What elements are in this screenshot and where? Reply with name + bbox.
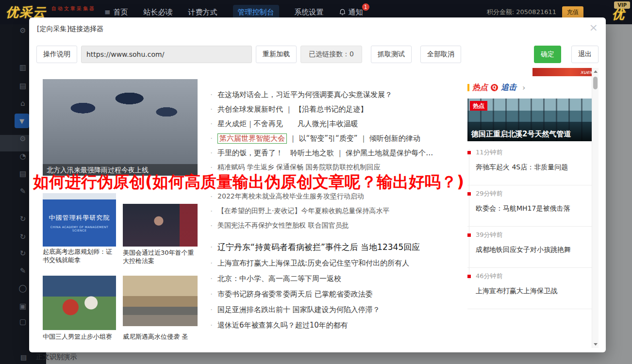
lead-photo[interactable]: 北方入汛来最强降雨过程今夜上线 [43, 79, 198, 176]
timeline-item: 39分钟前 成都地铁回应女子对小孩跳艳舞 [467, 227, 596, 268]
news-thumb-basketball[interactable] [43, 276, 116, 330]
dialog-title: [定向采集]链接选择器 [37, 25, 103, 33]
headline-link[interactable]: ·上海宣布打赢大上海保卫战:历史会记住坚守和付出的所有人 [210, 255, 464, 271]
bullet-dot: · [210, 192, 213, 201]
headline-text: 上海宣布打赢大上海保卫战:历史会记住坚守和付出的所有人 [217, 259, 409, 268]
headline-text: 国足亚洲排名跌出前十 国家队建设为何陷入停滞？ [217, 305, 380, 314]
bullet-dot: · [210, 105, 213, 114]
headline-text: 星火成炬｜不舍再见 凡人微光|丰收温暖 [217, 119, 358, 129]
headline-link[interactable]: ·美国宪法不再保护女性堕胎权 联合国官员批 [210, 218, 464, 233]
nav-item-billing[interactable]: 计费方式 [188, 8, 217, 17]
mini-logo: 优 [612, 6, 624, 22]
nav-label: 系统设置 [295, 8, 324, 17]
news-thumb-venice[interactable] [123, 276, 198, 326]
timeline-item: 11分钟前 奔驰车起火 4S店：非质量问题 [467, 144, 596, 185]
timeline-time: 46分钟前 [467, 272, 596, 281]
news-caption[interactable]: 中国三人男篮止步小组赛 [43, 332, 116, 341]
reload-button[interactable]: 重新加载 [256, 46, 297, 63]
nav-label: 管理控制台 [238, 8, 274, 17]
points-balance: 积分金额: 2050821611 [487, 8, 556, 17]
nav-label: 首页 [114, 8, 128, 17]
url-input[interactable] [81, 46, 252, 63]
scrollbar-thumb[interactable] [593, 77, 598, 89]
recharge-button[interactable]: 充值 [562, 6, 583, 18]
headline-text: 在这场对话会上，习近平为何强调要真心实意谋发展？ [217, 90, 392, 99]
close-icon[interactable]: × [589, 22, 598, 33]
chevron-right-icon: › [522, 83, 525, 92]
confirm-button[interactable]: 确定 [534, 46, 561, 63]
nav-item-must-read[interactable]: 站长必读 [144, 8, 173, 17]
embedded-webpage: xuex 北方入汛来最强降雨过程今夜上线 ·在这场对话会上，习近平为何强调要真心… [36, 68, 599, 348]
help-button[interactable]: 操作说明 [36, 46, 77, 63]
headline-text: 退休近6年被查算久吗？超过10年的都有 [217, 321, 348, 330]
timeline-time: 11分钟前 [467, 148, 596, 157]
headline-text: 【在希望的田野上·麦收记】今年夏粮收购总量保持高水平 [217, 207, 389, 215]
headline-link[interactable]: ·共创全球发展新时代 ｜ 【沿着总书记的足迹】 [210, 102, 464, 116]
timeline-link[interactable]: 成都地铁回应女子对小孩跳艳舞 [476, 246, 596, 254]
pursuit-label: 追击 [501, 83, 516, 93]
headline-text: 精准赋码 学生返乡 保通保畅 国务院联防联控机制回应 [217, 163, 380, 172]
app-slogan: 自动文章采集器 [51, 5, 96, 12]
highlighted-headline[interactable]: 第六届世界智能大会 [217, 133, 287, 144]
news-thumb-congress[interactable] [123, 204, 198, 247]
headline-link[interactable]: ·手里的饭，更香了！ 聆听土地之歌 ｜ 保护黑土地就是保护每个… [210, 146, 464, 160]
bullet-dot: · [210, 207, 213, 216]
red-square-marker [467, 233, 471, 237]
bullet-dot: · [210, 221, 213, 231]
scroll-down-icon[interactable] [592, 341, 599, 348]
hot-label: 热点 [472, 83, 488, 93]
headline-text: 辽宁丹东“持黄码者看病被拦”事件之后 当地12345回应 [217, 242, 420, 253]
hot-pursuit-header[interactable]: 热点 Q 追击 › [467, 83, 596, 93]
headline-text: 市委书记跻身省委常委两天后 已掌舵省委政法委 [217, 290, 373, 299]
cancel-all-button[interactable]: 全部取消 [420, 46, 461, 63]
headline-link[interactable]: ·辽宁丹东“持黄码者看病被拦”事件之后 当地12345回应 [210, 239, 464, 255]
timeline-link[interactable]: 上海宣布打赢大上海保卫战 [476, 287, 596, 296]
headline-link[interactable]: ·国足亚洲排名跌出前十 国家队建设为何陷入停滞？ [210, 302, 464, 317]
bullet-dot: · [210, 119, 213, 129]
headline-text: 美国宪法不再保护女性堕胎权 联合国官员批 [217, 221, 349, 230]
timeline-time: 29分钟前 [467, 189, 596, 198]
bullet-dot: · [210, 163, 213, 172]
headline-link[interactable]: ·第六届世界智能大会｜ 以“智变”引“质变” ｜ 倾听创新的律动 [210, 131, 464, 146]
headline-link[interactable]: ·【在希望的田野上·麦收记】今年夏粮收购总量保持高水平 [210, 204, 464, 218]
nav-label: 计费方式 [188, 8, 217, 17]
headline-text: 手里的饭，更香了！ 聆听土地之歌 ｜ 保护黑土地就是保护每个… [217, 149, 433, 158]
bullet-dot: · [210, 134, 213, 143]
timeline-link[interactable]: 欧委会：马航MH17是被俄击落 [476, 204, 596, 213]
bullet-dot: · [210, 259, 213, 268]
headline-text: ｜ 以“智变”引“质变” ｜ 倾听创新的律动 [289, 134, 420, 143]
bullet-dot: · [210, 243, 213, 252]
headline-link[interactable]: ·在这场对话会上，习近平为何强调要真心实意谋发展？ [210, 87, 464, 102]
headline-text: 北京：中小学、高一高二等下周一返校 [217, 274, 341, 283]
nav-label: 站长必读 [144, 8, 173, 17]
headline-link[interactable]: ·退休近6年被查算久吗？超过10年的都有 [210, 317, 464, 333]
nav-item-settings[interactable]: 系统设置 [295, 8, 324, 17]
promo-banner[interactable]: xuex [532, 68, 596, 76]
academy-sign-text: 中國管理科學研究院 [43, 214, 116, 222]
headline-link[interactable]: ·北京：中小学、高一高二等下周一返校 [210, 271, 464, 286]
nav-label: 通知 [349, 8, 363, 17]
timeline-link[interactable]: 奔驰车起火 4S店：非质量问题 [476, 163, 596, 172]
bullet-dot: · [210, 90, 213, 99]
headline-link[interactable]: ·星火成炬｜不舍再见 凡人微光|丰收温暖 [210, 116, 464, 131]
headline-link[interactable]: ·市委书记跻身省委常委两天后 已掌舵省委政法委 [210, 286, 464, 302]
headline-text: 共创全球发展新时代 ｜ 【沿着总书记的足迹】 [217, 105, 367, 114]
nav-item-notifications[interactable]: 通知 1 [339, 8, 363, 17]
news-caption[interactable]: 起底高考志愿规划师：证书交钱就能拿 [43, 248, 116, 264]
notification-badge: 1 [362, 3, 369, 11]
dialog-toolbar: 操作说明 重新加载 已选链接数：0 抓取测试 全部取消 确定 退出 [36, 46, 599, 63]
grab-test-button[interactable]: 抓取测试 [371, 46, 412, 63]
hot-badge: 热点 [470, 101, 487, 111]
hot-lead-story[interactable]: 热点 德国正重启北溪2号天然气管道 [467, 99, 596, 141]
menu-icon: ≡ [104, 8, 111, 17]
exit-button[interactable]: 退出 [571, 46, 599, 63]
news-thumb-academy[interactable]: 中國管理科學研究院 CHINA ACADEMY OF MANAGEMENT SC… [43, 193, 116, 247]
scrollbar[interactable] [592, 68, 599, 348]
bullet-dot: · [210, 149, 213, 158]
academy-sign-subtext: CHINA ACADEMY OF MANAGEMENT SCIENCE [43, 225, 116, 232]
news-caption[interactable]: 美国会通过近30年首个重大控枪法案 [123, 248, 198, 265]
selected-links-count: 已选链接数：0 [300, 46, 362, 63]
scroll-up-icon[interactable] [592, 68, 599, 75]
news-caption[interactable]: 威尼斯遇高水位侵袭 圣 [123, 332, 198, 341]
nav-item-home[interactable]: ≡ 首页 [104, 8, 128, 17]
